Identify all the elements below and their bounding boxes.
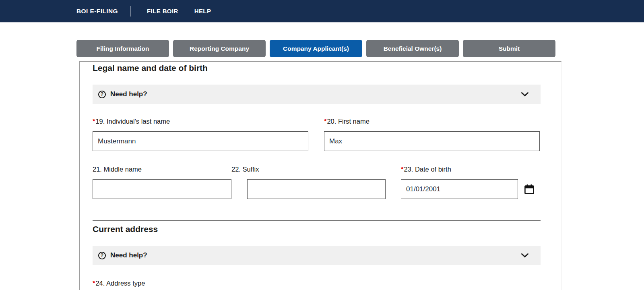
chevron-down-icon: [521, 92, 528, 97]
section-heading-legal-name: Legal name and date of birth: [93, 63, 541, 73]
last-name-input[interactable]: [93, 131, 308, 151]
need-help-accordion-legal-name[interactable]: ? Need help?: [93, 85, 541, 104]
question-circle-icon: ?: [98, 91, 106, 98]
step-tabs: Filing Information Reporting Company Com…: [76, 40, 644, 57]
dob-label: *23. Date of birth: [401, 166, 535, 173]
app-brand[interactable]: BOI E-FILING: [76, 8, 118, 15]
form-panel: Legal name and date of birth ? Need help…: [79, 61, 561, 290]
middle-name-input[interactable]: [93, 179, 231, 199]
dob-input-wrap: [401, 173, 535, 199]
need-help-label: Need help?: [110, 90, 147, 98]
need-help-accordion-current-address[interactable]: ? Need help?: [93, 246, 541, 265]
required-marker: *: [93, 280, 95, 287]
need-help-label: Need help?: [110, 251, 147, 259]
required-marker: *: [93, 118, 95, 125]
required-marker: *: [324, 118, 326, 125]
tab-company-applicants[interactable]: Company Applicant(s): [270, 40, 362, 57]
first-name-input[interactable]: [324, 131, 540, 151]
suffix-label: 22. Suffix: [231, 166, 386, 173]
suffix-field-group: 22. Suffix: [231, 166, 386, 199]
required-marker: *: [401, 166, 403, 173]
chevron-down-icon: [521, 253, 528, 258]
last-name-field-group: *19. Individual's last name: [93, 118, 308, 151]
middle-name-label: 21. Middle name: [93, 166, 231, 173]
top-navbar: BOI E-FILING FILE BOIR HELP: [0, 0, 644, 23]
suffix-input[interactable]: [247, 179, 386, 199]
question-circle-icon: ?: [98, 252, 106, 259]
middle-name-field-group: 21. Middle name: [93, 166, 231, 199]
name-row: *19. Individual's last name *20. First n…: [93, 118, 541, 151]
tab-filing-information[interactable]: Filing Information: [76, 40, 169, 57]
last-name-label: *19. Individual's last name: [93, 118, 308, 125]
tab-submit[interactable]: Submit: [463, 40, 555, 57]
middle-suffix-dob-row: 21. Middle name 22. Suffix *23. Date of …: [93, 166, 541, 199]
calendar-icon[interactable]: [524, 184, 535, 195]
tab-reporting-company[interactable]: Reporting Company: [173, 40, 266, 57]
navbar-divider: [130, 6, 131, 17]
section-heading-current-address: Current address: [93, 224, 541, 234]
dob-input[interactable]: [401, 179, 518, 199]
nav-help[interactable]: HELP: [194, 8, 211, 14]
tab-beneficial-owners[interactable]: Beneficial Owner(s): [366, 40, 459, 57]
nav-file-boir[interactable]: FILE BOIR: [147, 8, 178, 14]
section-divider: [93, 220, 541, 221]
first-name-label: *20. First name: [324, 118, 540, 125]
address-type-label: *24. Address type: [93, 280, 541, 287]
first-name-field-group: *20. First name: [324, 118, 540, 151]
dob-field-group: *23. Date of birth: [401, 166, 535, 199]
